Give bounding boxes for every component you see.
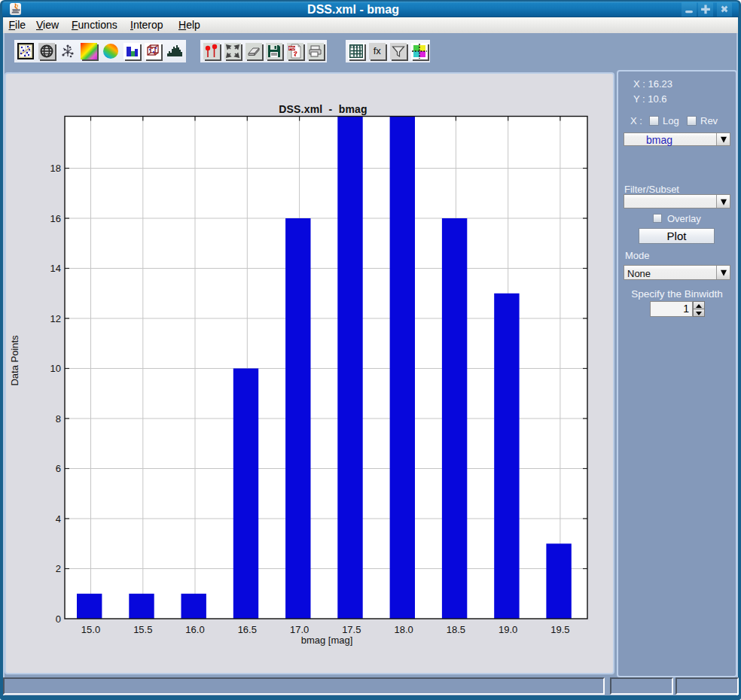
svg-text:PDF: PDF [288, 46, 297, 50]
svg-text:18.5: 18.5 [447, 624, 465, 635]
svg-text:12: 12 [50, 313, 61, 324]
svg-text:15.5: 15.5 [133, 624, 152, 635]
svg-text:15.0: 15.0 [81, 624, 100, 635]
svg-text:17.5: 17.5 [342, 624, 361, 635]
svg-text:18: 18 [50, 163, 61, 174]
svg-text:DSS.xml - bmag: DSS.xml - bmag [279, 103, 367, 115]
svg-text:4: 4 [56, 513, 61, 525]
svg-text:16.0: 16.0 [185, 624, 204, 635]
svg-text:19.5: 19.5 [550, 624, 569, 635]
svg-text:16.5: 16.5 [238, 624, 257, 635]
svg-text:Data Points: Data Points [9, 335, 20, 386]
svg-text:14: 14 [50, 263, 61, 274]
svg-text:8: 8 [56, 413, 61, 425]
svg-text:16: 16 [50, 213, 61, 224]
svg-text:bmag [mag]: bmag [mag] [301, 635, 353, 646]
svg-text:0: 0 [56, 613, 61, 625]
svg-text:18.0: 18.0 [394, 624, 413, 635]
svg-text:2: 2 [56, 563, 61, 574]
svg-text:10: 10 [50, 363, 61, 374]
svg-text:17.0: 17.0 [290, 624, 309, 635]
svg-text:19.0: 19.0 [499, 624, 517, 635]
svg-text:6: 6 [56, 463, 61, 474]
